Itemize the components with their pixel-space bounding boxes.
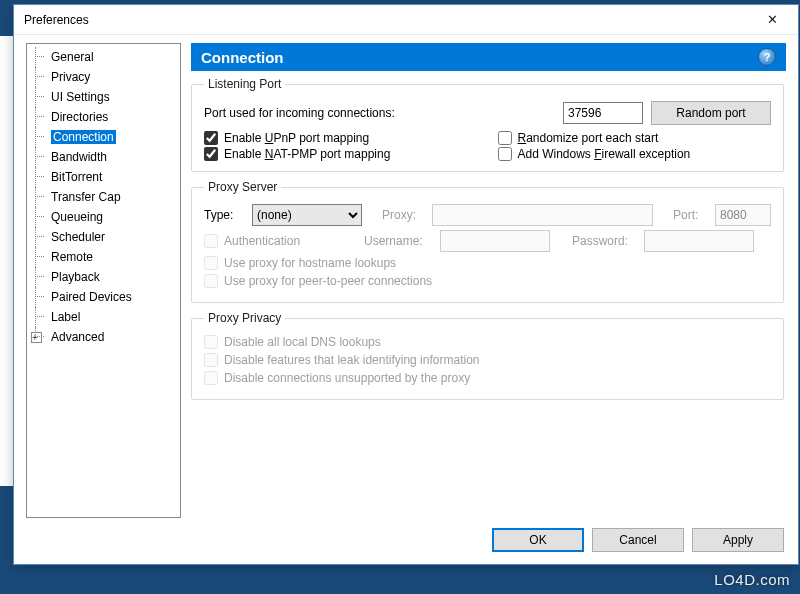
sidebar-item-queueing[interactable]: Queueing [29, 207, 178, 227]
port-input[interactable] [563, 102, 643, 124]
natpmp-checkbox[interactable]: Enable NAT-PMP port mapping [204, 147, 478, 161]
proxy-server-legend: Proxy Server [204, 180, 281, 194]
help-icon[interactable]: ? [758, 48, 776, 66]
sidebar-item-transfer-cap[interactable]: Transfer Cap [29, 187, 178, 207]
natpmp-check-input[interactable] [204, 147, 218, 161]
apply-button[interactable]: Apply [692, 528, 784, 552]
proxy-auth-checkbox: Authentication [204, 234, 356, 248]
proxy-port-input [715, 204, 771, 226]
proxy-privacy-group: Proxy Privacy Disable all local DNS look… [191, 311, 784, 400]
randomize-checkbox[interactable]: Randomize port each start [498, 131, 772, 145]
sidebar-item-general[interactable]: General [29, 47, 178, 67]
proxy-pass-input [644, 230, 754, 252]
sidebar-item-advanced[interactable]: Advanced [29, 327, 178, 347]
proxy-user-label: Username: [364, 234, 432, 248]
random-port-button[interactable]: Random port [651, 101, 771, 125]
sidebar-item-privacy[interactable]: Privacy [29, 67, 178, 87]
close-button[interactable]: ✕ [752, 8, 792, 32]
window-title: Preferences [24, 13, 89, 27]
settings-panel: Connection ? Listening Port Port used fo… [191, 43, 786, 518]
upnp-check-input[interactable] [204, 131, 218, 145]
proxy-type-select[interactable]: (none) [252, 204, 362, 226]
sidebar-item-remote[interactable]: Remote [29, 247, 178, 267]
listening-port-legend: Listening Port [204, 77, 285, 91]
sidebar-item-bittorrent[interactable]: BitTorrent [29, 167, 178, 187]
titlebar: Preferences ✕ [14, 5, 798, 35]
ok-button[interactable]: OK [492, 528, 584, 552]
proxy-hostname-checkbox: Use proxy for hostname lookups [204, 256, 396, 270]
upnp-checkbox[interactable]: Enable UPnP port mapping [204, 131, 478, 145]
preferences-dialog: Preferences ✕ GeneralPrivacyUI SettingsD… [13, 4, 799, 565]
sidebar-item-directories[interactable]: Directories [29, 107, 178, 127]
proxy-privacy-legend: Proxy Privacy [204, 311, 285, 325]
cancel-button[interactable]: Cancel [592, 528, 684, 552]
watermark: LO4D.com [714, 571, 790, 588]
proxy-port-label: Port: [673, 208, 707, 222]
panel-header: Connection ? [191, 43, 786, 71]
proxy-type-label: Type: [204, 208, 244, 222]
randomize-check-input[interactable] [498, 131, 512, 145]
port-label: Port used for incoming connections: [204, 106, 395, 120]
proxy-server-group: Proxy Server Type: (none) Proxy: Port: A… [191, 180, 784, 303]
disable-leak-checkbox: Disable features that leak identifying i… [204, 353, 479, 367]
dialog-buttons: OK Cancel Apply [14, 518, 798, 564]
proxy-host-label: Proxy: [382, 208, 424, 222]
disable-dns-checkbox: Disable all local DNS lookups [204, 335, 381, 349]
proxy-user-input [440, 230, 550, 252]
proxy-pass-label: Password: [572, 234, 636, 248]
panel-title: Connection [201, 49, 284, 66]
category-tree[interactable]: GeneralPrivacyUI SettingsDirectoriesConn… [26, 43, 181, 518]
sidebar-item-ui-settings[interactable]: UI Settings [29, 87, 178, 107]
firewall-checkbox[interactable]: Add Windows Firewall exception [498, 147, 772, 161]
proxy-p2p-checkbox: Use proxy for peer-to-peer connections [204, 274, 432, 288]
sidebar-item-label[interactable]: Label [29, 307, 178, 327]
disable-unsupported-checkbox: Disable connections unsupported by the p… [204, 371, 470, 385]
close-icon: ✕ [767, 12, 778, 27]
sidebar-item-bandwidth[interactable]: Bandwidth [29, 147, 178, 167]
sidebar-item-scheduler[interactable]: Scheduler [29, 227, 178, 247]
proxy-host-input [432, 204, 653, 226]
firewall-check-input[interactable] [498, 147, 512, 161]
sidebar-item-playback[interactable]: Playback [29, 267, 178, 287]
sidebar-item-connection[interactable]: Connection [29, 127, 178, 147]
sidebar-item-paired-devices[interactable]: Paired Devices [29, 287, 178, 307]
listening-port-group: Listening Port Port used for incoming co… [191, 77, 784, 172]
